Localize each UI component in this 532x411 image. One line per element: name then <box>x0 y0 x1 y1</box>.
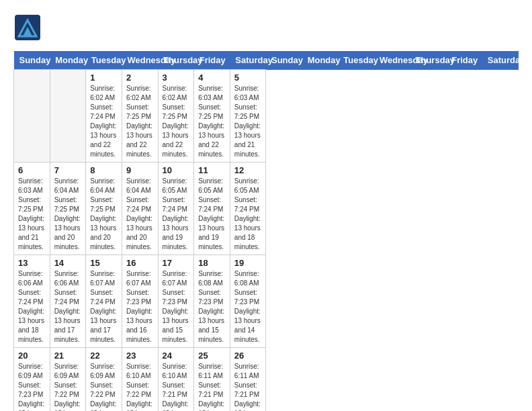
day-number: 12 <box>234 165 262 175</box>
calendar-cell: 17Sunrise: 6:07 AM Sunset: 7:23 PM Dayli… <box>158 255 194 348</box>
day-content: Sunrise: 6:02 AM Sunset: 7:25 PM Dayligh… <box>126 84 154 159</box>
calendar-week-3: 13Sunrise: 6:06 AM Sunset: 7:24 PM Dayli… <box>14 255 519 348</box>
calendar-cell: 16Sunrise: 6:07 AM Sunset: 7:23 PM Dayli… <box>122 255 158 348</box>
day-number: 16 <box>126 258 154 268</box>
day-content: Sunrise: 6:06 AM Sunset: 7:24 PM Dayligh… <box>54 269 82 345</box>
calendar-cell: 14Sunrise: 6:06 AM Sunset: 7:24 PM Dayli… <box>50 255 86 348</box>
day-content: Sunrise: 6:10 AM Sunset: 7:21 PM Dayligh… <box>163 362 190 411</box>
day-content: Sunrise: 6:08 AM Sunset: 7:23 PM Dayligh… <box>198 269 226 345</box>
day-number: 3 <box>163 73 190 83</box>
logo-icon <box>13 13 42 42</box>
day-header-tuesday: Tuesday <box>86 51 122 70</box>
calendar-cell: 9Sunrise: 6:04 AM Sunset: 7:24 PM Daylig… <box>122 163 158 255</box>
day-number: 9 <box>126 165 154 175</box>
day-header-tuesday: Tuesday <box>338 51 374 70</box>
calendar-cell: 25Sunrise: 6:11 AM Sunset: 7:21 PM Dayli… <box>194 348 230 412</box>
day-content: Sunrise: 6:09 AM Sunset: 7:23 PM Dayligh… <box>18 362 46 411</box>
calendar-cell: 26Sunrise: 6:11 AM Sunset: 7:21 PM Dayli… <box>230 348 266 412</box>
calendar-week-1: 1Sunrise: 6:02 AM Sunset: 7:24 PM Daylig… <box>14 70 519 163</box>
day-number: 13 <box>18 258 46 268</box>
day-number: 18 <box>198 258 226 268</box>
calendar-cell <box>50 70 86 163</box>
calendar-cell: 11Sunrise: 6:05 AM Sunset: 7:24 PM Dayli… <box>194 163 230 255</box>
day-content: Sunrise: 6:11 AM Sunset: 7:21 PM Dayligh… <box>198 362 226 411</box>
day-content: Sunrise: 6:07 AM Sunset: 7:24 PM Dayligh… <box>90 269 118 345</box>
calendar-cell: 4Sunrise: 6:03 AM Sunset: 7:25 PM Daylig… <box>194 70 230 163</box>
page-header <box>13 13 519 44</box>
day-content: Sunrise: 6:09 AM Sunset: 7:22 PM Dayligh… <box>90 362 118 411</box>
calendar-cell: 10Sunrise: 6:05 AM Sunset: 7:24 PM Dayli… <box>158 163 194 255</box>
calendar-cell: 18Sunrise: 6:08 AM Sunset: 7:23 PM Dayli… <box>194 255 230 348</box>
day-header-friday: Friday <box>194 51 230 70</box>
day-number: 23 <box>126 351 154 361</box>
day-content: Sunrise: 6:07 AM Sunset: 7:23 PM Dayligh… <box>163 269 190 345</box>
day-number: 11 <box>198 165 226 175</box>
day-header-wednesday: Wednesday <box>374 51 410 70</box>
calendar-cell: 5Sunrise: 6:03 AM Sunset: 7:25 PM Daylig… <box>230 70 266 163</box>
day-content: Sunrise: 6:02 AM Sunset: 7:25 PM Dayligh… <box>163 84 190 159</box>
calendar-cell: 12Sunrise: 6:05 AM Sunset: 7:24 PM Dayli… <box>230 163 266 255</box>
day-content: Sunrise: 6:06 AM Sunset: 7:24 PM Dayligh… <box>18 269 46 345</box>
day-content: Sunrise: 6:03 AM Sunset: 7:25 PM Dayligh… <box>234 84 262 159</box>
day-content: Sunrise: 6:05 AM Sunset: 7:24 PM Dayligh… <box>198 177 226 252</box>
day-number: 19 <box>234 258 262 268</box>
calendar-cell: 7Sunrise: 6:04 AM Sunset: 7:25 PM Daylig… <box>50 163 86 255</box>
day-content: Sunrise: 6:10 AM Sunset: 7:22 PM Dayligh… <box>126 362 154 411</box>
day-number: 21 <box>54 351 82 361</box>
calendar-cell: 21Sunrise: 6:09 AM Sunset: 7:22 PM Dayli… <box>50 348 86 412</box>
day-header-sunday: Sunday <box>14 51 50 70</box>
calendar-week-4: 20Sunrise: 6:09 AM Sunset: 7:23 PM Dayli… <box>14 348 519 412</box>
calendar-cell: 6Sunrise: 6:03 AM Sunset: 7:25 PM Daylig… <box>14 163 50 255</box>
calendar-cell: 23Sunrise: 6:10 AM Sunset: 7:22 PM Dayli… <box>122 348 158 412</box>
calendar-cell: 3Sunrise: 6:02 AM Sunset: 7:25 PM Daylig… <box>158 70 194 163</box>
day-number: 8 <box>90 165 118 175</box>
day-content: Sunrise: 6:05 AM Sunset: 7:24 PM Dayligh… <box>234 177 262 252</box>
calendar-table: SundayMondayTuesdayWednesdayThursdayFrid… <box>13 51 519 411</box>
logo <box>13 13 46 44</box>
day-header-saturday: Saturday <box>230 51 266 70</box>
calendar-header-row: SundayMondayTuesdayWednesdayThursdayFrid… <box>14 51 519 70</box>
calendar-cell: 2Sunrise: 6:02 AM Sunset: 7:25 PM Daylig… <box>122 70 158 163</box>
day-header-monday: Monday <box>302 51 339 70</box>
day-content: Sunrise: 6:08 AM Sunset: 7:23 PM Dayligh… <box>234 269 262 345</box>
day-number: 14 <box>54 258 82 268</box>
day-number: 20 <box>18 351 46 361</box>
day-content: Sunrise: 6:09 AM Sunset: 7:22 PM Dayligh… <box>54 362 82 411</box>
day-content: Sunrise: 6:07 AM Sunset: 7:23 PM Dayligh… <box>126 269 154 345</box>
day-content: Sunrise: 6:04 AM Sunset: 7:25 PM Dayligh… <box>54 177 82 252</box>
day-header-thursday: Thursday <box>410 51 447 70</box>
calendar-cell: 15Sunrise: 6:07 AM Sunset: 7:24 PM Dayli… <box>86 255 122 348</box>
day-number: 15 <box>90 258 118 268</box>
calendar-cell: 1Sunrise: 6:02 AM Sunset: 7:24 PM Daylig… <box>86 70 122 163</box>
day-header-monday: Monday <box>50 51 86 70</box>
day-number: 2 <box>126 73 154 83</box>
day-number: 7 <box>54 165 82 175</box>
calendar-cell: 24Sunrise: 6:10 AM Sunset: 7:21 PM Dayli… <box>158 348 194 412</box>
day-content: Sunrise: 6:11 AM Sunset: 7:21 PM Dayligh… <box>234 362 262 411</box>
calendar-cell: 20Sunrise: 6:09 AM Sunset: 7:23 PM Dayli… <box>14 348 50 412</box>
day-content: Sunrise: 6:04 AM Sunset: 7:25 PM Dayligh… <box>90 177 118 252</box>
day-number: 4 <box>198 73 226 83</box>
day-number: 10 <box>163 165 190 175</box>
day-number: 6 <box>18 165 46 175</box>
day-number: 22 <box>90 351 118 361</box>
day-content: Sunrise: 6:03 AM Sunset: 7:25 PM Dayligh… <box>198 84 226 159</box>
day-header-wednesday: Wednesday <box>122 51 158 70</box>
calendar-week-2: 6Sunrise: 6:03 AM Sunset: 7:25 PM Daylig… <box>14 163 519 255</box>
day-content: Sunrise: 6:05 AM Sunset: 7:24 PM Dayligh… <box>163 177 190 252</box>
day-number: 1 <box>90 73 118 83</box>
day-header-sunday: Sunday <box>266 51 302 70</box>
calendar-cell <box>14 70 50 163</box>
day-content: Sunrise: 6:02 AM Sunset: 7:24 PM Dayligh… <box>90 84 118 159</box>
day-number: 5 <box>234 73 262 83</box>
day-content: Sunrise: 6:04 AM Sunset: 7:24 PM Dayligh… <box>126 177 154 252</box>
day-content: Sunrise: 6:03 AM Sunset: 7:25 PM Dayligh… <box>18 177 46 252</box>
day-header-thursday: Thursday <box>158 51 194 70</box>
calendar-cell: 22Sunrise: 6:09 AM Sunset: 7:22 PM Dayli… <box>86 348 122 412</box>
day-header-friday: Friday <box>446 51 482 70</box>
calendar-cell: 13Sunrise: 6:06 AM Sunset: 7:24 PM Dayli… <box>14 255 50 348</box>
day-header-saturday: Saturday <box>482 51 519 70</box>
calendar-cell: 19Sunrise: 6:08 AM Sunset: 7:23 PM Dayli… <box>230 255 266 348</box>
day-number: 25 <box>198 351 226 361</box>
day-number: 26 <box>234 351 262 361</box>
